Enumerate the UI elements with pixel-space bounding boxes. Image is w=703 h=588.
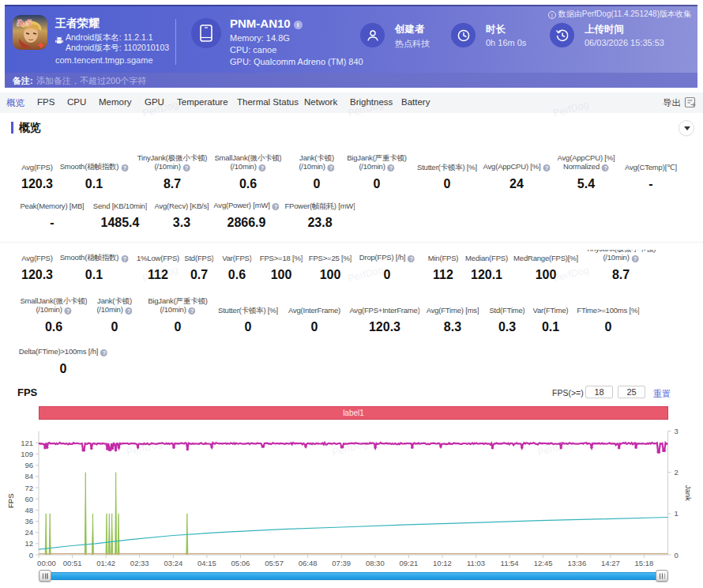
help-icon[interactable]: ? — [388, 164, 395, 172]
svg-text:0: 0 — [675, 551, 679, 560]
metric-value: 120.1 — [471, 267, 502, 282]
metric-label: Drop(FPS) [/h]? — [359, 250, 415, 262]
creator-value: 热点科技 — [395, 38, 430, 50]
help-icon[interactable]: ? — [328, 164, 335, 172]
metric-label: Send [KB/10min] — [93, 202, 147, 210]
help-icon[interactable]: ? — [183, 164, 190, 172]
nav-tab-gpu[interactable]: GPU — [145, 97, 164, 107]
metric-label: Jank(卡顿)(/10min)? — [96, 296, 132, 315]
nav-tab-fps[interactable]: FPS — [37, 97, 55, 107]
slider-track[interactable] — [39, 572, 668, 580]
nav-tab-概览[interactable]: 概览 — [6, 97, 24, 109]
fps-reset-link[interactable]: 重置 — [653, 388, 671, 400]
metric-label: Delta(FTime)>100ms [/h]? — [19, 348, 107, 356]
help-icon[interactable]: ? — [189, 307, 196, 315]
metric-value: 8.7 — [164, 176, 181, 191]
metric-label: Avg(FPS) — [21, 250, 52, 262]
export-button[interactable]: 导出 — [663, 97, 681, 109]
metric-label: Avg(FTime) [ms] — [427, 296, 479, 315]
help-icon[interactable]: ? — [543, 164, 550, 172]
collapse-button[interactable] — [679, 120, 694, 136]
metric-value: 100 — [271, 267, 292, 282]
metric-cell: Stutter(卡顿率) [%]0 — [417, 153, 477, 191]
metric-value: - — [50, 215, 54, 230]
metric-value: 1485.4 — [101, 215, 140, 230]
metric-label: Var(FPS) — [222, 250, 251, 262]
help-icon[interactable]: ? — [632, 255, 639, 262]
svg-text:3: 3 — [675, 427, 679, 435]
duration-label: 时长 — [486, 23, 506, 36]
device-info-icon[interactable]: i — [294, 21, 303, 29]
svg-text:07:39: 07:39 — [332, 559, 351, 567]
metric-cell: FTime>=100ms [%]0 — [577, 296, 639, 334]
metric-label: Avg(CTemp)[℃] — [625, 153, 677, 172]
fps-threshold-input-1[interactable] — [585, 386, 613, 398]
note-placeholder: 添加备注，不超过200个字符 — [36, 75, 146, 87]
fps-threshold-input-2[interactable] — [618, 386, 645, 398]
svg-text:5v5: 5v5 — [17, 18, 32, 28]
perfdog-report-page: i数据由PerfDog(11.4.251248)版本收集 5v5 王者荣耀 — [0, 0, 703, 588]
duration-icon — [451, 23, 476, 47]
nav-tab-thermal-status[interactable]: Thermal Status — [237, 97, 299, 107]
svg-text:11:03: 11:03 — [467, 559, 485, 567]
nav-tab-network[interactable]: Network — [304, 97, 337, 107]
metric-label: Avg(Power) [mW]? — [213, 202, 279, 210]
help-icon[interactable]: ? — [121, 164, 128, 172]
metric-label: FPower(帧能耗) [mW] — [284, 202, 355, 210]
metric-value: 0.1 — [542, 319, 559, 334]
nav-tab-temperature[interactable]: Temperature — [177, 97, 228, 107]
help-icon[interactable]: ? — [126, 307, 133, 315]
metric-cell: BigJank(严重卡顿)(/10min)?0 — [148, 296, 208, 334]
metric-cell: Avg(FPS)120.3 — [21, 153, 53, 191]
package-name: com.tencent.tmgp.sgame — [55, 55, 153, 65]
device-name: PNM-AN10i — [230, 17, 303, 30]
metric-label: Std(FTime) — [489, 296, 524, 315]
metric-value: 5.4 — [577, 176, 595, 191]
svg-text:0: 0 — [29, 551, 33, 560]
export-icon[interactable] — [684, 96, 696, 108]
metric-value: 112 — [148, 267, 168, 282]
metric-value: 3.3 — [173, 215, 190, 230]
svg-text:13:36: 13:36 — [567, 559, 586, 567]
help-icon[interactable]: ? — [121, 255, 128, 262]
help-icon[interactable]: ? — [65, 307, 72, 315]
slider-handle-right[interactable] — [656, 570, 668, 582]
metric-cell: Peak(Memory) [MB]- — [20, 202, 84, 230]
svg-text:2: 2 — [675, 468, 679, 477]
metric-label: Std(FPS) — [184, 250, 213, 262]
metric-cell: Avg(InterFrame)0 — [288, 296, 340, 334]
svg-text:12:45: 12:45 — [534, 559, 553, 567]
metric-value: 0.6 — [228, 267, 246, 282]
help-icon[interactable]: ? — [408, 255, 415, 262]
nav-tab-battery[interactable]: Battery — [401, 97, 430, 107]
svg-text:09:21: 09:21 — [399, 559, 418, 567]
slider-handle-left[interactable] — [39, 570, 51, 582]
metric-value: 0 — [60, 361, 67, 376]
creator-label: 创建者 — [395, 23, 425, 36]
metric-cell: Drop(FPS) [/h]?0 — [359, 250, 415, 282]
metric-label: Smooth(稳帧指数)? — [60, 250, 129, 262]
fps-chart[interactable]: 01224364860728496109121012300:0000:5101:… — [0, 424, 703, 569]
svg-text:14:27: 14:27 — [601, 559, 620, 567]
overview-title-bar — [11, 122, 13, 134]
nav-tab-brightness[interactable]: Brightness — [350, 97, 393, 107]
metric-label: Median(FPS) — [465, 250, 508, 262]
svg-text:60: 60 — [24, 495, 33, 503]
metric-cell: Min(FPS)112 — [428, 250, 459, 282]
chart-region-label[interactable]: label1 — [39, 406, 668, 420]
nav-tab-cpu[interactable]: CPU — [67, 97, 86, 107]
metric-label: Avg(AppCPU) [%]Normalized? — [558, 153, 615, 172]
fps-section-title: FPS — [17, 386, 37, 398]
metric-value: 0.7 — [190, 267, 208, 282]
help-icon[interactable]: ? — [602, 164, 609, 172]
help-icon[interactable]: ? — [100, 349, 107, 356]
svg-text:02:33: 02:33 — [130, 559, 149, 567]
nav-tab-memory[interactable]: Memory — [99, 97, 132, 107]
svg-text:08:30: 08:30 — [366, 559, 385, 567]
help-icon[interactable]: ? — [273, 203, 280, 210]
note-bar[interactable]: 备注: 添加备注，不超过200个字符 — [5, 73, 697, 88]
svg-text:96: 96 — [24, 461, 33, 469]
metric-cell: FPS>=25 [%]100 — [309, 250, 352, 282]
metric-cell: FPower(帧能耗) [mW]23.8 — [284, 202, 355, 230]
help-icon[interactable]: ? — [259, 164, 266, 172]
